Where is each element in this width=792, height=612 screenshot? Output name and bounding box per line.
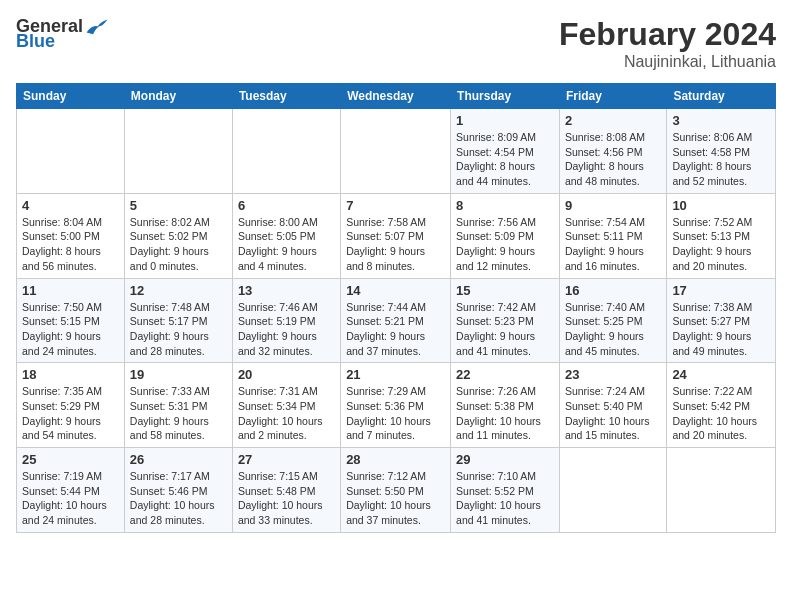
- day-number: 28: [346, 452, 445, 467]
- day-info: Sunrise: 8:00 AM Sunset: 5:05 PM Dayligh…: [238, 215, 335, 274]
- calendar-cell: 26Sunrise: 7:17 AM Sunset: 5:46 PM Dayli…: [124, 448, 232, 533]
- day-number: 18: [22, 367, 119, 382]
- day-info: Sunrise: 7:44 AM Sunset: 5:21 PM Dayligh…: [346, 300, 445, 359]
- day-info: Sunrise: 7:26 AM Sunset: 5:38 PM Dayligh…: [456, 384, 554, 443]
- calendar-header-sunday: Sunday: [17, 84, 125, 109]
- logo: General Blue: [16, 16, 109, 52]
- day-info: Sunrise: 7:42 AM Sunset: 5:23 PM Dayligh…: [456, 300, 554, 359]
- calendar-week-row: 11Sunrise: 7:50 AM Sunset: 5:15 PM Dayli…: [17, 278, 776, 363]
- calendar-cell: 1Sunrise: 8:09 AM Sunset: 4:54 PM Daylig…: [451, 109, 560, 194]
- day-info: Sunrise: 7:24 AM Sunset: 5:40 PM Dayligh…: [565, 384, 661, 443]
- day-info: Sunrise: 7:15 AM Sunset: 5:48 PM Dayligh…: [238, 469, 335, 528]
- day-info: Sunrise: 8:09 AM Sunset: 4:54 PM Dayligh…: [456, 130, 554, 189]
- calendar-header-tuesday: Tuesday: [232, 84, 340, 109]
- day-info: Sunrise: 7:10 AM Sunset: 5:52 PM Dayligh…: [456, 469, 554, 528]
- day-number: 2: [565, 113, 661, 128]
- day-info: Sunrise: 7:58 AM Sunset: 5:07 PM Dayligh…: [346, 215, 445, 274]
- calendar-week-row: 25Sunrise: 7:19 AM Sunset: 5:44 PM Dayli…: [17, 448, 776, 533]
- title-block: February 2024 Naujininkai, Lithuania: [559, 16, 776, 71]
- calendar-cell: 20Sunrise: 7:31 AM Sunset: 5:34 PM Dayli…: [232, 363, 340, 448]
- calendar-cell: [667, 448, 776, 533]
- calendar-cell: 9Sunrise: 7:54 AM Sunset: 5:11 PM Daylig…: [559, 193, 666, 278]
- calendar-cell: 3Sunrise: 8:06 AM Sunset: 4:58 PM Daylig…: [667, 109, 776, 194]
- logo-blue: Blue: [16, 31, 55, 52]
- calendar-cell: 24Sunrise: 7:22 AM Sunset: 5:42 PM Dayli…: [667, 363, 776, 448]
- page-subtitle: Naujininkai, Lithuania: [559, 53, 776, 71]
- calendar-header-thursday: Thursday: [451, 84, 560, 109]
- day-info: Sunrise: 8:02 AM Sunset: 5:02 PM Dayligh…: [130, 215, 227, 274]
- day-number: 15: [456, 283, 554, 298]
- day-info: Sunrise: 7:50 AM Sunset: 5:15 PM Dayligh…: [22, 300, 119, 359]
- day-number: 19: [130, 367, 227, 382]
- day-number: 29: [456, 452, 554, 467]
- calendar-cell: 11Sunrise: 7:50 AM Sunset: 5:15 PM Dayli…: [17, 278, 125, 363]
- day-number: 1: [456, 113, 554, 128]
- day-number: 4: [22, 198, 119, 213]
- day-info: Sunrise: 7:40 AM Sunset: 5:25 PM Dayligh…: [565, 300, 661, 359]
- calendar-cell: 17Sunrise: 7:38 AM Sunset: 5:27 PM Dayli…: [667, 278, 776, 363]
- calendar-cell: 23Sunrise: 7:24 AM Sunset: 5:40 PM Dayli…: [559, 363, 666, 448]
- calendar-cell: 18Sunrise: 7:35 AM Sunset: 5:29 PM Dayli…: [17, 363, 125, 448]
- day-number: 8: [456, 198, 554, 213]
- calendar-header-saturday: Saturday: [667, 84, 776, 109]
- day-number: 14: [346, 283, 445, 298]
- day-info: Sunrise: 7:22 AM Sunset: 5:42 PM Dayligh…: [672, 384, 770, 443]
- calendar-cell: 13Sunrise: 7:46 AM Sunset: 5:19 PM Dayli…: [232, 278, 340, 363]
- calendar-cell: 19Sunrise: 7:33 AM Sunset: 5:31 PM Dayli…: [124, 363, 232, 448]
- day-number: 3: [672, 113, 770, 128]
- logo-bird-icon: [85, 17, 109, 37]
- day-info: Sunrise: 7:33 AM Sunset: 5:31 PM Dayligh…: [130, 384, 227, 443]
- day-info: Sunrise: 7:17 AM Sunset: 5:46 PM Dayligh…: [130, 469, 227, 528]
- day-info: Sunrise: 7:12 AM Sunset: 5:50 PM Dayligh…: [346, 469, 445, 528]
- calendar-cell: 4Sunrise: 8:04 AM Sunset: 5:00 PM Daylig…: [17, 193, 125, 278]
- calendar-cell: 16Sunrise: 7:40 AM Sunset: 5:25 PM Dayli…: [559, 278, 666, 363]
- day-number: 17: [672, 283, 770, 298]
- calendar-week-row: 18Sunrise: 7:35 AM Sunset: 5:29 PM Dayli…: [17, 363, 776, 448]
- calendar-cell: 10Sunrise: 7:52 AM Sunset: 5:13 PM Dayli…: [667, 193, 776, 278]
- calendar-header-wednesday: Wednesday: [341, 84, 451, 109]
- calendar-week-row: 1Sunrise: 8:09 AM Sunset: 4:54 PM Daylig…: [17, 109, 776, 194]
- day-number: 7: [346, 198, 445, 213]
- day-number: 24: [672, 367, 770, 382]
- day-info: Sunrise: 7:19 AM Sunset: 5:44 PM Dayligh…: [22, 469, 119, 528]
- day-info: Sunrise: 7:46 AM Sunset: 5:19 PM Dayligh…: [238, 300, 335, 359]
- calendar-cell: 6Sunrise: 8:00 AM Sunset: 5:05 PM Daylig…: [232, 193, 340, 278]
- day-number: 12: [130, 283, 227, 298]
- calendar-cell: 27Sunrise: 7:15 AM Sunset: 5:48 PM Dayli…: [232, 448, 340, 533]
- calendar-cell: 25Sunrise: 7:19 AM Sunset: 5:44 PM Dayli…: [17, 448, 125, 533]
- day-number: 9: [565, 198, 661, 213]
- day-number: 26: [130, 452, 227, 467]
- calendar-cell: [17, 109, 125, 194]
- calendar-cell: 8Sunrise: 7:56 AM Sunset: 5:09 PM Daylig…: [451, 193, 560, 278]
- day-info: Sunrise: 7:54 AM Sunset: 5:11 PM Dayligh…: [565, 215, 661, 274]
- calendar-cell: [341, 109, 451, 194]
- calendar-cell: 15Sunrise: 7:42 AM Sunset: 5:23 PM Dayli…: [451, 278, 560, 363]
- day-number: 23: [565, 367, 661, 382]
- page-header: General Blue February 2024 Naujininkai, …: [16, 16, 776, 71]
- calendar-cell: [124, 109, 232, 194]
- day-info: Sunrise: 8:08 AM Sunset: 4:56 PM Dayligh…: [565, 130, 661, 189]
- day-info: Sunrise: 7:52 AM Sunset: 5:13 PM Dayligh…: [672, 215, 770, 274]
- day-info: Sunrise: 7:56 AM Sunset: 5:09 PM Dayligh…: [456, 215, 554, 274]
- calendar-header-row: SundayMondayTuesdayWednesdayThursdayFrid…: [17, 84, 776, 109]
- day-number: 16: [565, 283, 661, 298]
- day-number: 20: [238, 367, 335, 382]
- day-number: 5: [130, 198, 227, 213]
- day-number: 21: [346, 367, 445, 382]
- day-info: Sunrise: 8:04 AM Sunset: 5:00 PM Dayligh…: [22, 215, 119, 274]
- calendar-cell: 21Sunrise: 7:29 AM Sunset: 5:36 PM Dayli…: [341, 363, 451, 448]
- calendar-cell: 7Sunrise: 7:58 AM Sunset: 5:07 PM Daylig…: [341, 193, 451, 278]
- day-info: Sunrise: 7:48 AM Sunset: 5:17 PM Dayligh…: [130, 300, 227, 359]
- calendar-cell: 2Sunrise: 8:08 AM Sunset: 4:56 PM Daylig…: [559, 109, 666, 194]
- calendar-cell: [559, 448, 666, 533]
- day-info: Sunrise: 7:35 AM Sunset: 5:29 PM Dayligh…: [22, 384, 119, 443]
- calendar-cell: 12Sunrise: 7:48 AM Sunset: 5:17 PM Dayli…: [124, 278, 232, 363]
- page-title: February 2024: [559, 16, 776, 53]
- day-number: 27: [238, 452, 335, 467]
- day-info: Sunrise: 7:38 AM Sunset: 5:27 PM Dayligh…: [672, 300, 770, 359]
- day-number: 11: [22, 283, 119, 298]
- calendar-header-monday: Monday: [124, 84, 232, 109]
- day-number: 25: [22, 452, 119, 467]
- calendar-cell: 5Sunrise: 8:02 AM Sunset: 5:02 PM Daylig…: [124, 193, 232, 278]
- day-info: Sunrise: 7:29 AM Sunset: 5:36 PM Dayligh…: [346, 384, 445, 443]
